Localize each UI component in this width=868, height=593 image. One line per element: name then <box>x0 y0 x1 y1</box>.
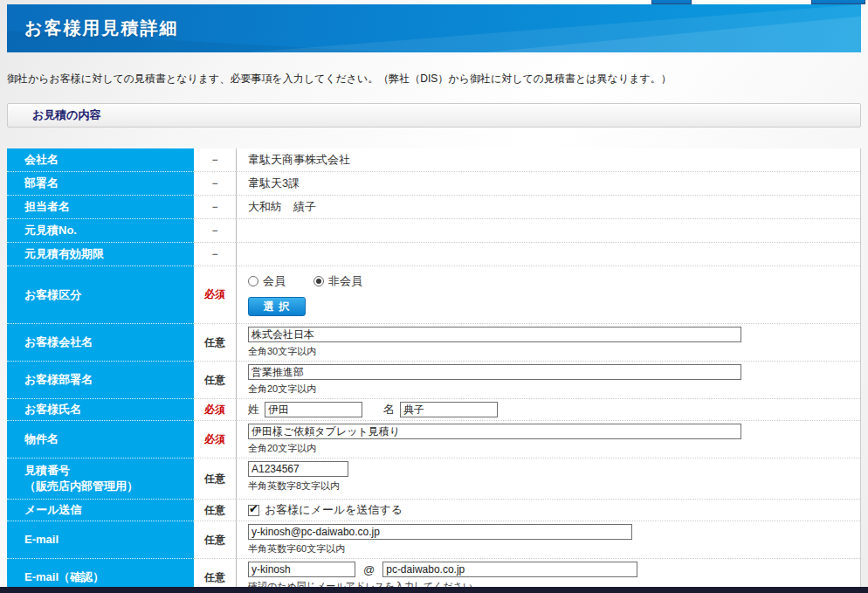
row-badge: 必須 <box>194 399 236 421</box>
row-value: 全角30文字以内 <box>236 324 860 362</box>
row-badge: 任意 <box>194 324 236 362</box>
row-value: 会員 非会員 選 択 <box>236 266 860 324</box>
row-label: 会社名 <box>7 148 194 172</box>
row-label: 担当者名 <box>7 196 194 219</box>
required-badge: 必須 <box>204 403 225 417</box>
optional-badge: 任意 <box>204 472 225 486</box>
row-value: 韋駄天商事株式会社 <box>236 148 860 172</box>
page-description: 御社からお客様に対しての見積書となります、必要事項を入力してください。（弊社（D… <box>7 72 861 86</box>
email-input[interactable] <box>248 524 632 540</box>
first-name-input[interactable] <box>400 402 498 417</box>
optional-badge: 任意 <box>204 533 225 548</box>
row-label: お客様部署名 <box>7 362 194 399</box>
row-label: お客様会社名 <box>7 324 194 362</box>
section-title: お見積の内容 <box>32 107 101 123</box>
row-label: 部署名 <box>7 172 194 196</box>
row-badge: 任意 <box>194 362 236 399</box>
table-row-company: 会社名 − 韋駄天商事株式会社 <box>7 148 860 172</box>
page-header-banner: お客様用見積詳細 <box>7 4 861 52</box>
no-requirement-dash: − <box>211 248 217 260</box>
optional-badge: 任意 <box>204 570 225 585</box>
optional-badge: 任意 <box>204 335 225 350</box>
row-badge: − <box>194 196 236 219</box>
no-requirement-dash: − <box>211 154 217 166</box>
row-badge: − <box>194 148 236 172</box>
section-header: お見積の内容 <box>7 103 861 128</box>
table-row-original-quote-expiry: 元見積有効期限 − <box>7 243 860 266</box>
row-value: 韋駄天3課 <box>236 172 860 196</box>
project-name-input[interactable] <box>248 424 741 439</box>
row-label-line2: （販売店内部管理用） <box>24 479 194 494</box>
row-label: 元見積有効期限 <box>7 243 194 266</box>
customer-department-input[interactable] <box>248 364 741 380</box>
row-badge: − <box>194 219 236 243</box>
email-confirm-domain-input[interactable] <box>382 562 637 577</box>
department-name-text: 韋駄天3課 <box>248 176 851 191</box>
row-badge: − <box>194 243 236 266</box>
optional-badge: 任意 <box>204 503 225 518</box>
row-badge: 必須 <box>194 421 236 459</box>
row-label: お客様氏名 <box>7 399 194 421</box>
table-row-customer-type: お客様区分 必須 会員 非会員 選 択 <box>7 266 860 324</box>
nonmember-radio-option[interactable]: 非会員 <box>313 273 362 289</box>
row-label: 物件名 <box>7 421 194 459</box>
nonmember-radio-label: 非会員 <box>328 273 362 289</box>
last-name-label: 姓 <box>248 402 259 417</box>
company-name-text: 韋駄天商事株式会社 <box>248 152 851 168</box>
footer-bar <box>0 587 868 593</box>
check-icon: ✔ <box>249 502 258 515</box>
table-row-customer-company: お客様会社名 任意 全角30文字以内 <box>7 324 860 362</box>
member-radio-label: 会員 <box>263 273 286 289</box>
table-row-original-quote-no: 元見積No. − <box>7 219 860 243</box>
row-value <box>236 219 860 243</box>
row-value: ✔ お客様にメールを送信する <box>236 500 860 521</box>
customer-company-input[interactable] <box>248 327 741 342</box>
person-in-charge-text: 大和紡 績子 <box>248 199 851 215</box>
table-row-send-mail: メール送信 任意 ✔ お客様にメールを送信する <box>7 500 860 521</box>
no-requirement-dash: − <box>211 201 217 213</box>
row-label: メール送信 <box>7 500 194 521</box>
row-label: お客様区分 <box>7 266 194 324</box>
email-confirm-local-input[interactable] <box>248 562 355 577</box>
row-value: 姓 名 <box>236 399 860 421</box>
page: お客様用見積詳細 御社からお客様に対しての見積書となります、必要事項を入力してく… <box>0 0 868 593</box>
no-requirement-dash: − <box>211 177 217 190</box>
optional-badge: 任意 <box>204 373 225 388</box>
member-radio-option[interactable]: 会員 <box>248 273 286 289</box>
row-label: 見積番号 （販売店内部管理用） <box>7 459 194 500</box>
input-hint: 全角20文字以内 <box>248 442 851 455</box>
table-row-project-name: 物件名 必須 全角20文字以内 <box>7 421 860 459</box>
last-name-input[interactable] <box>265 402 362 417</box>
first-name-label: 名 <box>383 402 395 417</box>
table-row-customer-name: お客様氏名 必須 姓 名 <box>7 399 860 421</box>
input-hint: 半角英数字8文字以内 <box>248 479 851 493</box>
table-row-quote-number: 見積番号 （販売店内部管理用） 任意 半角英数字8文字以内 <box>7 459 860 500</box>
row-value: 全角20文字以内 <box>236 362 860 399</box>
input-hint: 半角英数字60文字以内 <box>248 542 851 555</box>
at-sign: @ <box>363 563 375 576</box>
no-requirement-dash: − <box>211 224 217 237</box>
row-badge: − <box>194 172 236 196</box>
row-label: E-mail <box>7 521 194 559</box>
row-badge: 任意 <box>194 521 236 559</box>
member-radio-icon[interactable] <box>248 276 258 286</box>
table-row-customer-department: お客様部署名 任意 全角20文字以内 <box>7 362 860 399</box>
send-mail-checkbox-label: お客様にメールを送信する <box>265 502 403 518</box>
row-badge: 任意 <box>194 459 236 500</box>
row-value: 大和紡 績子 <box>236 196 860 219</box>
nonmember-radio-icon[interactable] <box>313 276 324 286</box>
row-value: 全角20文字以内 <box>236 421 860 459</box>
quote-number-input[interactable] <box>248 461 348 477</box>
row-value: 半角英数字8文字以内 <box>236 459 860 500</box>
required-badge: 必須 <box>204 432 225 447</box>
input-hint: 全角20文字以内 <box>248 383 851 396</box>
table-row-person-in-charge: 担当者名 − 大和紡 績子 <box>7 196 860 219</box>
row-label: 元見積No. <box>7 219 194 243</box>
row-value: 半角英数字60文字以内 <box>236 521 860 559</box>
send-mail-checkbox[interactable]: ✔ <box>248 505 259 516</box>
row-value <box>236 243 860 266</box>
select-button[interactable]: 選 択 <box>248 297 306 316</box>
table-row-department: 部署名 − 韋駄天3課 <box>7 172 860 196</box>
row-badge: 任意 <box>194 500 236 521</box>
quote-form-table: 会社名 − 韋駄天商事株式会社 部署名 − 韋駄天3課 担当者名 − 大和紡 績… <box>7 148 861 593</box>
